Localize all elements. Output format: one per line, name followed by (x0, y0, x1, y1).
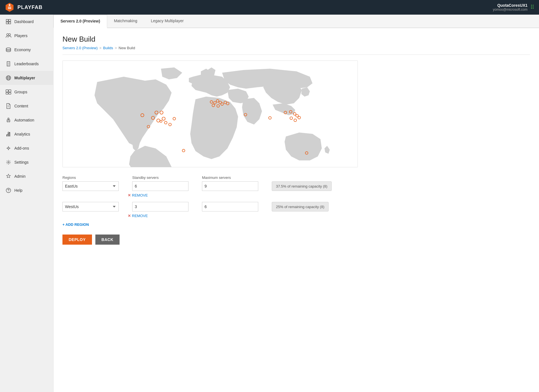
breadcrumb-sep2: > (115, 46, 117, 50)
standby-input-group-1: 6 (132, 181, 188, 191)
sidebar-label-economy: Economy (14, 48, 31, 52)
sidebar-item-groups[interactable]: Groups (0, 85, 53, 99)
maximum-input-1[interactable]: 9 (202, 181, 258, 191)
deploy-button[interactable]: DEPLOY (62, 235, 92, 245)
sidebar-item-dashboard[interactable]: Dashboard (0, 15, 53, 29)
sidebar-item-automation[interactable]: Automation (0, 113, 53, 127)
region-select-group-2: EastUs WestUs NorthEurope WestEurope Eas… (62, 202, 119, 211)
sidebar-label-addons: Add-ons (14, 146, 29, 150)
automation-icon (5, 117, 12, 123)
user-email: yomoo@microsoft.com (493, 8, 527, 12)
sidebar-item-multiplayer[interactable]: Multiplayer (0, 71, 53, 85)
svg-rect-13 (6, 90, 8, 92)
sidebar-label-help: Help (14, 188, 23, 193)
svg-rect-15 (6, 93, 8, 94)
svg-rect-14 (9, 90, 11, 92)
sidebar-label-automation: Automation (14, 118, 34, 122)
region-row-1: EastUs WestUs NorthEurope WestEurope Eas… (62, 181, 372, 197)
svg-rect-5 (9, 19, 11, 21)
svg-rect-7 (9, 22, 11, 24)
app-title: PLAYFAB (17, 4, 42, 10)
sidebar-item-players[interactable]: Players (0, 29, 53, 43)
main-content: Servers 2.0 (Preview) Matchmaking Legacy… (53, 15, 539, 392)
svg-point-22 (8, 147, 9, 149)
form-row-2-inputs: EastUs WestUs NorthEurope WestEurope Eas… (62, 202, 372, 211)
svg-rect-6 (6, 22, 8, 24)
sidebar-item-settings[interactable]: Settings (0, 155, 53, 169)
user-info: QuotaCoresUX1 yomoo@microsoft.com (493, 3, 527, 12)
sidebar-item-help[interactable]: Help (0, 183, 53, 197)
user-name: QuotaCoresUX1 (493, 3, 527, 8)
remove-x-icon-2: ✕ (128, 214, 131, 218)
settings-icon (5, 159, 12, 165)
groups-icon (5, 89, 12, 95)
svg-point-10 (6, 48, 11, 49)
remove-label-1: REMOVE (132, 193, 148, 197)
content-icon (5, 103, 12, 109)
capacity-badge-2: 25% of remaining capacity (8) (272, 202, 329, 211)
sidebar-label-analytics: Analytics (14, 132, 30, 136)
players-icon (5, 33, 12, 39)
sidebar-item-content[interactable]: Content (0, 99, 53, 113)
maximum-input-group-1: 9 (202, 181, 258, 191)
tab-bar: Servers 2.0 (Preview) Matchmaking Legacy… (53, 15, 539, 28)
standby-input-1[interactable]: 6 (132, 181, 188, 191)
addons-icon (5, 145, 12, 151)
regions-col-header: Regions (62, 175, 76, 180)
sidebar: Dashboard Players Economy Leaderboards M… (0, 15, 53, 392)
sidebar-label-groups: Groups (14, 90, 27, 94)
multiplayer-icon (5, 75, 12, 81)
remove-btn-1[interactable]: ✕ REMOVE (128, 193, 148, 197)
standby-input-group-2: 3 (132, 202, 188, 211)
region-select-group-1: EastUs WestUs NorthEurope WestEurope Eas… (62, 181, 119, 191)
svg-point-8 (7, 34, 9, 36)
add-region-button[interactable]: + ADD REGION (62, 222, 89, 227)
sidebar-label-content: Content (14, 104, 28, 108)
logo-area: PLAYFAB (5, 2, 42, 12)
admin-icon (5, 173, 12, 179)
playfab-logo-icon (5, 2, 15, 12)
topbar: PLAYFAB QuotaCoresUX1 yomoo@microsoft.co… (0, 0, 539, 15)
remove-btn-2[interactable]: ✕ REMOVE (128, 214, 148, 218)
region-row-2: EastUs WestUs NorthEurope WestEurope Eas… (62, 202, 372, 218)
user-menu[interactable]: QuotaCoresUX1 yomoo@microsoft.com ⠿ (493, 3, 534, 12)
tab-matchmaking[interactable]: Matchmaking (107, 15, 144, 28)
grid-icon[interactable]: ⠿ (530, 4, 534, 11)
standby-input-2[interactable]: 3 (132, 202, 188, 211)
breadcrumb-current: New Build (119, 46, 135, 50)
sidebar-label-dashboard: Dashboard (14, 19, 34, 24)
sidebar-item-admin[interactable]: Admin (0, 169, 53, 183)
remove-label-2: REMOVE (132, 214, 148, 218)
page-title: New Build (62, 35, 530, 44)
economy-icon (5, 47, 12, 53)
map-svg (63, 61, 358, 167)
back-button[interactable]: BACK (95, 235, 120, 245)
sidebar-label-players: Players (14, 33, 28, 38)
sidebar-item-addons[interactable]: Add-ons (0, 141, 53, 155)
svg-point-9 (9, 34, 11, 36)
action-buttons: DEPLOY BACK (62, 235, 372, 245)
svg-point-25 (8, 192, 9, 192)
analytics-icon (5, 131, 12, 137)
svg-point-17 (8, 118, 9, 120)
sidebar-item-leaderboards[interactable]: Leaderboards (0, 57, 53, 71)
add-region-label: + ADD REGION (62, 222, 89, 227)
maximum-input-2[interactable]: 6 (202, 202, 258, 211)
svg-rect-4 (6, 19, 8, 21)
region-select-2[interactable]: EastUs WestUs NorthEurope WestEurope Eas… (62, 202, 119, 211)
sidebar-item-analytics[interactable]: Analytics (0, 127, 53, 141)
sidebar-label-multiplayer: Multiplayer (14, 76, 35, 80)
breadcrumb-servers[interactable]: Servers 2.0 (Preview) (62, 46, 98, 50)
breadcrumb-builds[interactable]: Builds (103, 46, 113, 50)
maximum-input-group-2: 6 (202, 202, 258, 211)
sidebar-item-economy[interactable]: Economy (0, 43, 53, 57)
svg-rect-16 (9, 93, 11, 94)
region-select-1[interactable]: EastUs WestUs NorthEurope WestEurope Eas… (62, 181, 119, 191)
tab-legacy[interactable]: Legacy Multiplayer (144, 15, 190, 28)
tab-servers[interactable]: Servers 2.0 (Preview) (53, 15, 107, 28)
remove-x-icon-1: ✕ (128, 193, 131, 197)
svg-rect-3 (8, 8, 11, 9)
sidebar-label-admin: Admin (14, 174, 26, 179)
form-section: Regions Standby servers Maximum servers (62, 175, 372, 245)
sidebar-label-leaderboards: Leaderboards (14, 62, 39, 66)
